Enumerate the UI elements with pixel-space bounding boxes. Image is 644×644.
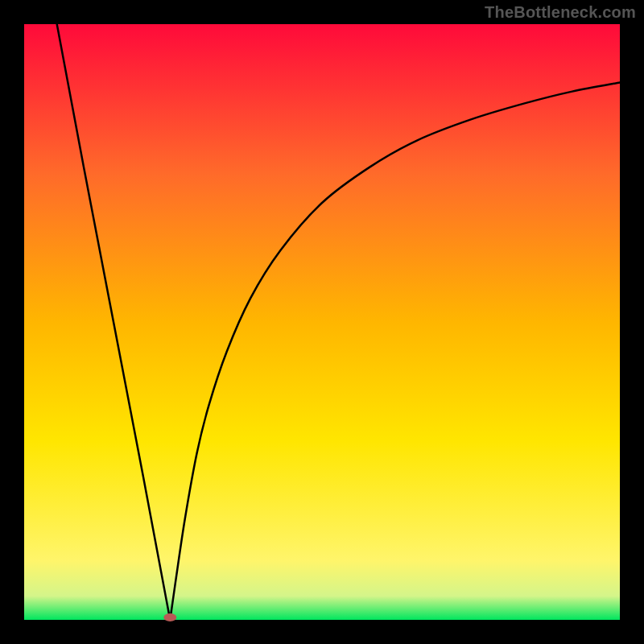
bottleneck-chart [0, 0, 644, 644]
chart-frame: TheBottleneck.com [0, 0, 644, 644]
watermark-text: TheBottleneck.com [485, 3, 636, 22]
minimum-marker [163, 613, 176, 621]
